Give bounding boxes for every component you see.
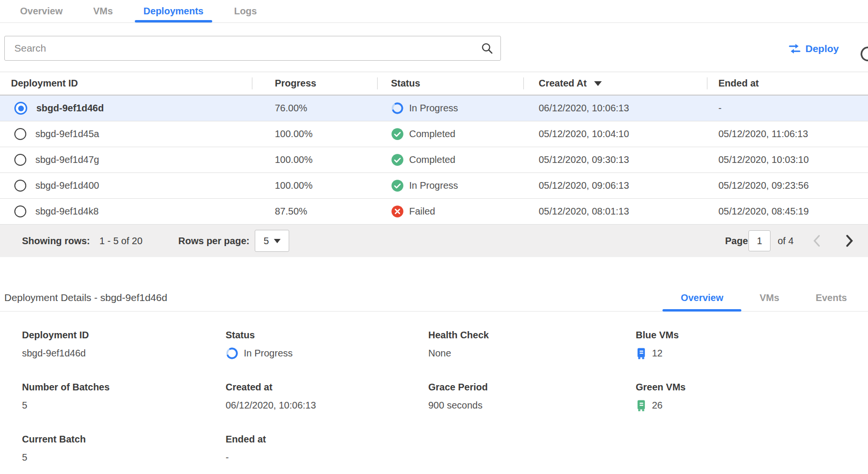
tab-deployments-label: Deployments — [143, 6, 204, 17]
field-status: Status In Progress — [226, 330, 428, 360]
field-green-vms: Green VMs 26 — [636, 382, 868, 412]
table-header-row: Deployment ID Progress Status Created At… — [0, 72, 868, 96]
deployments-table: Deployment ID Progress Status Created At… — [0, 72, 868, 257]
field-number-of-batches: Number of Batches 5 — [22, 382, 226, 412]
field-value: sbgd-9ef1d46d — [22, 347, 226, 360]
previous-page-button[interactable] — [812, 234, 822, 248]
field-grace-period: Grace Period 900 seconds — [428, 382, 636, 412]
deployment-id: sbgd-9ef1d47g — [35, 154, 99, 165]
table-row[interactable]: sbgd-9ef1d45a 100.00% Completed 05/12/20… — [0, 121, 868, 147]
showing-rows-label: Showing rows: — [22, 236, 90, 247]
details-tab-vms[interactable]: VMs — [741, 284, 797, 312]
search-box[interactable] — [4, 36, 501, 61]
status-text: In Progress — [244, 348, 293, 359]
row-radio-selected[interactable] — [14, 102, 27, 115]
created-at-value: 05/12/2020, 08:01:13 — [523, 206, 707, 217]
deploy-button[interactable]: Deploy — [788, 42, 839, 56]
created-at-value: 05/12/2020, 09:30:13 — [523, 154, 707, 165]
ended-at-value: 05/12/2020, 11:06:13 — [707, 129, 868, 140]
created-at-value: 06/12/2020, 10:06:13 — [523, 103, 707, 114]
vm-blue-icon — [636, 347, 647, 360]
column-header-created-at[interactable]: Created At — [523, 72, 707, 95]
field-value: 5 — [22, 399, 226, 412]
deployment-id: sbgd-9ef1d45a — [35, 129, 99, 140]
field-blue-vms: Blue VMs 12 — [636, 330, 868, 360]
table-row[interactable]: sbgd-9ef1d46d 76.00% In Progress 06/12/2… — [0, 96, 868, 121]
tab-vms[interactable]: VMs — [85, 0, 121, 22]
field-label: Health Check — [428, 330, 636, 341]
table-row[interactable]: sbgd-9ef1d4k8 87.50% Failed 05/12/2020, … — [0, 199, 868, 225]
tab-deployments[interactable]: Deployments — [135, 0, 212, 22]
details-tab-bar: Overview VMs Events — [662, 284, 865, 312]
field-value: 900 seconds — [428, 399, 636, 412]
field-label: Grace Period — [428, 382, 636, 393]
tab-overview[interactable]: Overview — [11, 0, 71, 22]
field-value: 06/12/2020, 10:06:13 — [226, 399, 428, 412]
ended-at-value: 05/12/2020, 08:45:19 — [707, 206, 868, 217]
page-number-input[interactable] — [749, 230, 770, 251]
field-value: 12 — [636, 347, 868, 360]
main-tab-bar: Overview VMs Deployments Logs — [0, 0, 868, 23]
tab-vms-label: VMs — [93, 6, 113, 17]
deployment-id: sbgd-9ef1d46d — [36, 103, 104, 114]
deployment-id: sbgd-9ef1d400 — [35, 180, 99, 191]
field-label: Created at — [226, 382, 428, 393]
progress-value: 100.00% — [252, 154, 377, 165]
spinner-icon — [226, 347, 239, 360]
table-row[interactable]: sbgd-9ef1d47g 100.00% Completed 05/12/20… — [0, 147, 868, 173]
status-text: In Progress — [409, 103, 458, 114]
column-header-ended-at: Ended at — [707, 72, 868, 95]
tab-logs[interactable]: Logs — [226, 0, 266, 22]
search-icon — [480, 42, 494, 55]
progress-value: 76.00% — [252, 103, 377, 114]
field-value: 5 — [22, 451, 226, 464]
vm-green-icon — [636, 399, 647, 412]
details-tab-events[interactable]: Events — [797, 284, 865, 312]
field-label: Deployment ID — [22, 330, 226, 341]
column-header-progress: Progress — [252, 72, 377, 95]
toolbar: Deploy — [0, 23, 868, 72]
rows-per-page-select[interactable]: 5 — [255, 230, 289, 252]
progress-value: 100.00% — [252, 180, 377, 191]
row-radio[interactable] — [14, 128, 26, 140]
column-header-status: Status — [377, 72, 523, 95]
rows-per-page-label: Rows per page: — [178, 236, 250, 247]
field-value: 26 — [636, 399, 868, 412]
field-label: Current Batch — [22, 434, 226, 445]
next-page-button[interactable] — [844, 234, 855, 248]
details-grid: Deployment ID sbgd-9ef1d46d Status In Pr… — [0, 312, 868, 464]
field-created-at: Created at 06/12/2020, 10:06:13 — [226, 382, 428, 412]
status-text: Failed — [409, 206, 435, 217]
table-pagination-bar: Showing rows: 1 - 5 of 20 Rows per page:… — [0, 225, 868, 257]
ended-at-value: - — [707, 103, 868, 114]
vm-count: 26 — [652, 400, 662, 411]
row-radio[interactable] — [14, 154, 26, 166]
row-radio[interactable] — [14, 180, 26, 192]
search-input[interactable] — [5, 36, 480, 60]
field-label: Number of Batches — [22, 382, 226, 393]
vm-count: 12 — [652, 348, 662, 359]
field-label: Green VMs — [636, 382, 868, 393]
details-tab-overview[interactable]: Overview — [662, 284, 741, 312]
field-ended-at: Ended at - — [226, 434, 428, 464]
chevron-left-icon — [812, 234, 822, 248]
field-current-batch: Current Batch 5 — [22, 434, 226, 464]
field-label: Status — [226, 330, 428, 341]
check-circle-icon — [391, 179, 404, 192]
tab-overview-label: Overview — [20, 6, 63, 17]
column-header-deployment-id: Deployment ID — [0, 72, 252, 95]
status-text: Completed — [409, 154, 456, 165]
status-text: Completed — [409, 129, 456, 140]
row-radio[interactable] — [14, 205, 26, 217]
progress-value: 87.50% — [252, 206, 377, 217]
refresh-icon[interactable] — [859, 45, 868, 64]
chevron-down-icon — [274, 239, 281, 243]
table-row[interactable]: sbgd-9ef1d400 100.00% In Progress 05/12/… — [0, 173, 868, 199]
details-header: Deployment Details - sbgd-9ef1d46d Overv… — [0, 284, 868, 312]
deployment-id: sbgd-9ef1d4k8 — [35, 206, 98, 217]
tab-logs-label: Logs — [234, 6, 257, 17]
page-total: of 4 — [778, 236, 793, 247]
showing-rows-value: 1 - 5 of 20 — [99, 236, 142, 247]
swap-arrows-icon — [788, 43, 801, 54]
deployment-details-section: Deployment Details - sbgd-9ef1d46d Overv… — [0, 284, 868, 464]
